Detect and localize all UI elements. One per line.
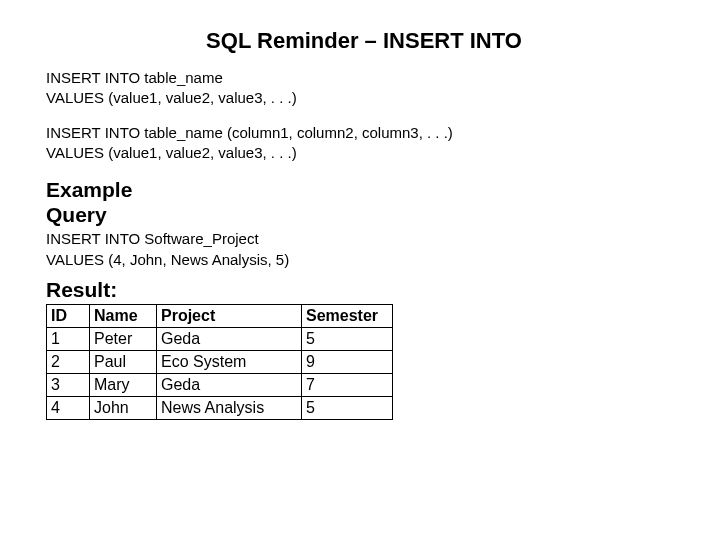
table-row: 4 John News Analysis 5: [47, 396, 393, 419]
cell-semester: 7: [302, 373, 393, 396]
syntax2-line1: INSERT INTO table_name (column1, column2…: [46, 123, 674, 143]
cell-name: John: [90, 396, 157, 419]
cell-id: 1: [47, 327, 90, 350]
syntax1-line2: VALUES (value1, value2, value3, . . .): [46, 88, 674, 108]
syntax-block-1: INSERT INTO table_name VALUES (value1, v…: [46, 68, 674, 109]
cell-semester: 5: [302, 396, 393, 419]
query-block: INSERT INTO Software_Project VALUES (4, …: [46, 229, 674, 270]
th-id: ID: [47, 304, 90, 327]
page-title: SQL Reminder – INSERT INTO: [154, 28, 574, 54]
cell-name: Paul: [90, 350, 157, 373]
cell-id: 2: [47, 350, 90, 373]
th-name: Name: [90, 304, 157, 327]
cell-project: Geda: [157, 373, 302, 396]
cell-project: Geda: [157, 327, 302, 350]
cell-semester: 9: [302, 350, 393, 373]
query-line2: VALUES (4, John, News Analysis, 5): [46, 250, 674, 270]
cell-semester: 5: [302, 327, 393, 350]
cell-name: Peter: [90, 327, 157, 350]
result-table: ID Name Project Semester 1 Peter Geda 5 …: [46, 304, 393, 420]
cell-project: Eco System: [157, 350, 302, 373]
th-semester: Semester: [302, 304, 393, 327]
cell-id: 3: [47, 373, 90, 396]
syntax-block-2: INSERT INTO table_name (column1, column2…: [46, 123, 674, 164]
syntax2-line2: VALUES (value1, value2, value3, . . .): [46, 143, 674, 163]
page: SQL Reminder – INSERT INTO INSERT INTO t…: [0, 0, 720, 420]
example-heading-line1: Example: [46, 177, 674, 202]
table-row: 1 Peter Geda 5: [47, 327, 393, 350]
example-heading: Example Query: [46, 177, 674, 227]
query-line1: INSERT INTO Software_Project: [46, 229, 674, 249]
cell-project: News Analysis: [157, 396, 302, 419]
table-row: 3 Mary Geda 7: [47, 373, 393, 396]
cell-id: 4: [47, 396, 90, 419]
table-row: 2 Paul Eco System 9: [47, 350, 393, 373]
cell-name: Mary: [90, 373, 157, 396]
syntax1-line1: INSERT INTO table_name: [46, 68, 674, 88]
th-project: Project: [157, 304, 302, 327]
table-header-row: ID Name Project Semester: [47, 304, 393, 327]
result-heading: Result:: [46, 278, 674, 302]
example-heading-line2: Query: [46, 202, 674, 227]
